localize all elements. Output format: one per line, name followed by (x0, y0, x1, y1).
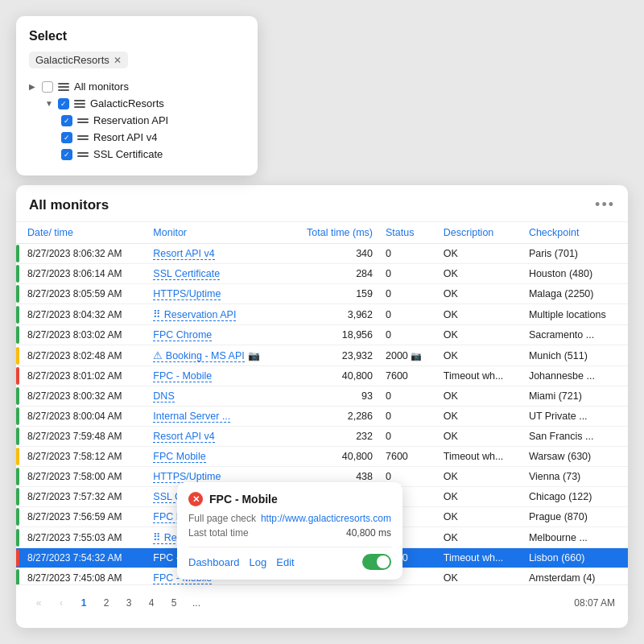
page-3-button[interactable]: 3 (119, 593, 138, 613)
prev-prev-button[interactable]: « (29, 593, 48, 613)
row-checkpoint: Malaga (2250) (522, 284, 628, 304)
row-description: OK (437, 487, 522, 507)
table-row[interactable]: 8/27/2023 8:04:32 AM⠿ Reservation API3,9… (16, 304, 628, 325)
table-row[interactable]: 8/27/2023 8:06:14 AMSSL Certificate2840O… (16, 264, 628, 284)
page-2-button[interactable]: 2 (97, 593, 116, 613)
row-monitor[interactable]: FPC Chrome (147, 325, 287, 345)
row-date: 8/27/2023 8:02:48 AM (21, 345, 147, 366)
row-date: 8/27/2023 7:59:48 AM (21, 427, 147, 447)
row-checkpoint: Sacramento ... (522, 325, 628, 345)
row-description: OK (437, 386, 522, 407)
row-monitor[interactable]: Resort API v4 (147, 244, 287, 264)
checkbox-galactic[interactable] (58, 98, 69, 109)
row-monitor[interactable]: FPC - Mobile (147, 366, 287, 386)
monitor-icon (74, 100, 85, 108)
log-link[interactable]: Log (250, 556, 267, 568)
row-monitor[interactable]: HTTPS/Uptime (147, 284, 287, 304)
row-status: 7600 (379, 447, 437, 467)
row-checkpoint: Houston (480) (522, 264, 628, 284)
row-date: 8/27/2023 7:56:59 AM (21, 507, 147, 527)
tree-label-resort-v4: Resort API v4 (93, 131, 157, 143)
row-total: 23,932 (287, 345, 379, 366)
row-description: OK (437, 527, 522, 548)
row-total: 284 (287, 264, 379, 284)
checkbox-all[interactable] (42, 81, 53, 93)
row-monitor[interactable]: FPC Mobile (147, 447, 287, 467)
tree-item-galactic[interactable]: ▼ GalacticResorts (29, 95, 245, 112)
tree-item-all[interactable]: ▶ All monitors (29, 78, 245, 95)
row-checkpoint: San Francis ... (522, 427, 628, 447)
table-row[interactable]: 8/27/2023 8:05:59 AMHTTPS/Uptime1590OKMa… (16, 284, 628, 304)
row-monitor[interactable]: SSL Certificate (147, 264, 287, 284)
page-4-button[interactable]: 4 (142, 593, 161, 613)
tooltip-header: ✕ FPC - Mobile (188, 492, 391, 506)
tree-item-ssl[interactable]: SSL Certificate (29, 146, 245, 163)
dots-menu-button[interactable]: ••• (595, 196, 615, 213)
table-row[interactable]: 8/27/2023 7:59:48 AMResort API v42320OKS… (16, 427, 628, 447)
dashboard-link[interactable]: Dashboard (188, 556, 240, 568)
tooltip-links: Dashboard Log Edit (188, 556, 295, 568)
row-checkpoint: Prague (870) (522, 507, 628, 527)
tree-item-reservation[interactable]: Reservation API (29, 112, 245, 129)
tree-item-resort-v4[interactable]: Resort API v4 (29, 129, 245, 146)
row-date: 8/27/2023 8:06:14 AM (21, 264, 147, 284)
row-date: 8/27/2023 7:45:08 AM (21, 568, 147, 585)
table-row[interactable]: 8/27/2023 8:03:02 AMFPC Chrome18,9560OKS… (16, 325, 628, 345)
monitor-icon (77, 135, 89, 140)
row-monitor[interactable]: DNS (147, 386, 287, 407)
tooltip-type-row: Full page check http://www.galacticresor… (188, 513, 391, 524)
row-description: Timeout wh... (437, 366, 522, 386)
page-5-button[interactable]: 5 (164, 593, 184, 613)
page-1-button[interactable]: 1 (74, 593, 93, 613)
row-total: 2,286 (287, 407, 379, 427)
row-description: OK (437, 507, 522, 527)
chevron-down-icon[interactable]: ▼ (45, 99, 53, 108)
row-monitor[interactable]: ⠿ Reservation API (147, 304, 287, 325)
tooltip-actions: Dashboard Log Edit (188, 547, 391, 570)
page-ellipsis: ... (187, 593, 206, 613)
select-tag[interactable]: GalacticResorts ✕ (29, 52, 128, 68)
checkbox-reservation[interactable] (61, 115, 72, 126)
panel-title: All monitors (29, 197, 109, 213)
row-total: 3,962 (287, 304, 379, 325)
table-row[interactable]: 8/27/2023 7:58:12 AMFPC Mobile40,8007600… (16, 447, 628, 467)
monitor-icon (77, 152, 89, 157)
select-panel: Select GalacticResorts ✕ ▶ All monitors … (16, 16, 258, 175)
edit-link[interactable]: Edit (276, 556, 294, 568)
row-status: 0 (379, 325, 437, 345)
row-monitor[interactable]: Resort API v4 (147, 427, 287, 447)
tooltip-title: FPC - Mobile (209, 493, 278, 506)
row-description: OK (437, 244, 522, 264)
row-total: 159 (287, 284, 379, 304)
close-icon[interactable]: ✕ (114, 55, 122, 66)
table-row[interactable]: 8/27/2023 8:06:32 AMResort API v43400OKP… (16, 244, 628, 264)
row-description: OK (437, 407, 522, 427)
row-date: 8/27/2023 7:55:03 AM (21, 527, 147, 548)
row-status: 0 (379, 304, 437, 325)
table-row[interactable]: 8/27/2023 8:00:32 AMDNS930OKMiami (721) (16, 386, 628, 407)
checkbox-ssl[interactable] (61, 149, 72, 160)
toggle-switch[interactable] (362, 554, 391, 570)
row-status: 0 (379, 407, 437, 427)
row-checkpoint: Amsterdam (4) (522, 568, 628, 585)
row-date: 8/27/2023 8:06:32 AM (21, 244, 147, 264)
row-total: 340 (287, 244, 379, 264)
row-monitor[interactable]: ⚠ Booking - MS API📷 (147, 345, 287, 366)
col-checkpoint: Checkpoint (522, 222, 628, 244)
table-row[interactable]: 8/27/2023 8:02:48 AM⚠ Booking - MS API📷2… (16, 345, 628, 366)
row-date: 8/27/2023 8:00:32 AM (21, 386, 147, 407)
row-description: OK (437, 284, 522, 304)
row-checkpoint: Munich (511) (522, 345, 628, 366)
row-date: 8/27/2023 7:58:12 AM (21, 447, 147, 467)
checkbox-resort-v4[interactable] (61, 132, 72, 143)
select-panel-title: Select (29, 29, 245, 43)
row-monitor[interactable]: Internal Server ... (147, 407, 287, 427)
table-row[interactable]: 8/27/2023 8:01:02 AMFPC - Mobile40,80076… (16, 366, 628, 386)
row-checkpoint: Miami (721) (522, 386, 628, 407)
chevron-right-icon[interactable]: ▶ (29, 82, 37, 91)
tree-label-reservation: Reservation API (93, 114, 168, 126)
table-row[interactable]: 8/27/2023 8:00:04 AMInternal Server ...2… (16, 407, 628, 427)
row-total: 232 (287, 427, 379, 447)
prev-button[interactable]: ‹ (52, 593, 71, 613)
row-status: 0 (379, 427, 437, 447)
